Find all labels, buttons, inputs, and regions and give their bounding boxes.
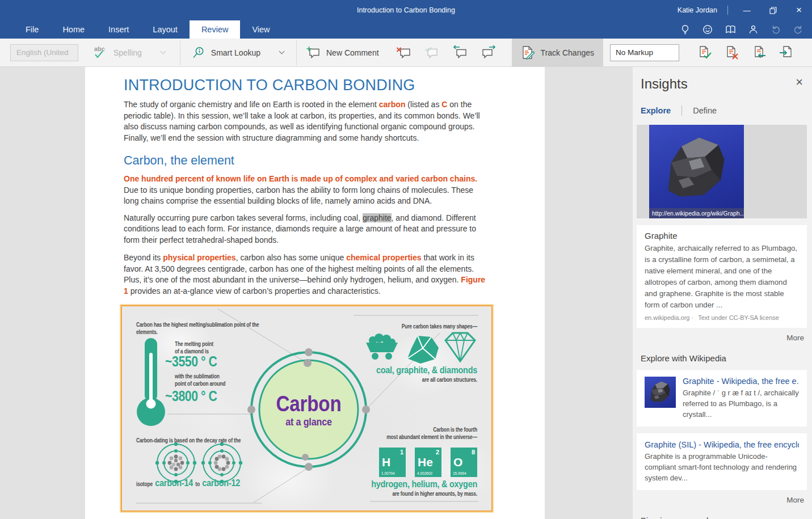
accept-change-icon [697,45,712,60]
element-tile-hydrogen: 1 H 1.00794 [379,448,406,477]
close-pane-button[interactable]: × [796,76,803,88]
titlebar: Introduction to Carbon Bonding Katie Jor… [0,0,812,20]
reject-change-button[interactable] [725,45,739,60]
wiki-result-title[interactable]: Graphite - Wikipedia, the free e... [683,377,799,386]
delete-comment-button[interactable] [396,45,411,60]
tab-explore[interactable]: Explore [641,106,671,115]
undo-icon[interactable] [770,24,781,35]
track-changes-button[interactable]: Track Changes [512,39,603,67]
proofing-language-box[interactable]: English (United [10,44,78,61]
display-for-review-select[interactable]: No Markup [610,44,679,61]
paragraph-carbon-forms: Naturally occurring pure carbon takes se… [124,213,490,246]
tell-me-lightbulb-icon[interactable] [680,24,691,35]
infographic-title: Carbon [260,393,357,415]
tab-insert[interactable]: Insert [96,20,141,39]
tab-divider [681,106,682,116]
account-name[interactable]: Katie Jordan [678,6,717,14]
tab-home[interactable]: Home [51,20,96,39]
resolve-comment-icon [424,45,439,60]
dating-note: Carbon-dating is based on the decay rate… [136,437,257,444]
close-button[interactable]: × [786,0,812,20]
carbon-infographic-figure[interactable]: Carbon has the highest melting/sublimati… [121,305,493,512]
redo-icon[interactable] [793,24,804,35]
graphite-hero-strip: http://en.wikipedia.org/wiki/Graph... [637,125,807,218]
word-window: Introduction to Carbon Bonding Katie Jor… [0,0,812,519]
elements-caption: are found in higher amounts, by mass. [367,490,478,497]
melting-note: Carbon has the highest melting/sublimati… [136,321,262,336]
melting-temp: ~3550 ° C [165,354,217,369]
previous-comment-icon [453,45,468,60]
paragraph-carbon-chains: One hundred percent of known life on Ear… [124,174,490,207]
hero-caption: http://en.wikipedia.org/wiki/Graph... [649,208,744,218]
shapes-caption: are all carbon structures. [371,376,477,383]
tab-define[interactable]: Define [693,106,717,115]
tab-review[interactable]: Review [190,20,241,39]
thermometer-icon [137,338,165,426]
document-page[interactable]: INTRODUCTION TO CARBON BONDING The study… [85,67,545,519]
new-comment-icon [306,45,321,60]
resolve-comment-button[interactable] [424,45,439,60]
next-comment-icon [481,45,496,60]
next-comment-button[interactable] [481,45,496,60]
previous-change-button[interactable] [752,45,767,60]
restore-icon [769,7,777,14]
spelling-button[interactable]: abc Spelling [93,46,165,60]
tab-view[interactable]: View [240,20,281,39]
spelling-abc-icon: abc [93,46,108,60]
next-change-button[interactable] [779,45,794,60]
document-heading: INTRODUCTION TO CARBON BONDING [124,75,490,95]
wiki-result-thumbnail [645,377,676,408]
diamond-icon [445,333,475,361]
insights-pane: Insights × Explore Define http://en.wiki… [633,67,812,519]
paragraph-properties: Beyond its physical properties, carbon a… [124,252,490,297]
definition-card[interactable]: Graphite Graphite, archaically referred … [637,225,807,328]
elements-title: hydrogen, helium, & oxygen [352,479,477,490]
wiki-result-snippet: Graphite / ˈ g r æ f aɪ t /, archaically… [683,387,799,420]
new-comment-button[interactable]: New Comment [306,45,379,60]
definition-title: Graphite [645,231,799,240]
wikipedia-section-header: Explore with Wikipedia [641,353,812,363]
definition-body: Graphite, archaically referred to as Plu… [645,243,799,311]
accept-change-button[interactable] [697,45,712,60]
wiki-result-title[interactable]: Graphite (SIL) - Wikipedia, the free enc… [645,440,799,449]
minimize-button[interactable]: — [734,0,760,20]
tab-file[interactable]: File [14,20,51,39]
tab-layout[interactable]: Layout [141,20,190,39]
shapes-title: coal, graphite, & diamonds [352,365,477,375]
ribbon-tab-row: File Home Insert Layout Review View [0,20,812,39]
graphite-rock-icon [407,336,439,364]
group-divider [180,40,180,65]
more-link-bottom[interactable]: More [633,496,804,504]
chevron-down-icon [160,49,166,54]
group-divider [296,40,297,65]
feedback-smiley-icon[interactable] [702,24,713,35]
abundance-note: Carbon is the fourthmost abundant elemen… [367,426,478,441]
next-change-icon [779,45,794,60]
element-tile-helium: 2 He 4.002602 [415,448,441,477]
graphite-rock-photo [659,132,733,205]
titlebar-divider [727,6,728,15]
shapes-note: Pure carbon takes many shapes— [371,323,477,330]
smart-lookup-button[interactable]: Smart Lookup [192,46,284,60]
infographic-subtitle: at a glance [260,416,357,428]
sublimation-intro: with the sublimationpoint of carbon arou… [175,373,225,387]
share-person-icon[interactable] [748,24,759,35]
element-tile-oxygen: 8 O 15.9994 [451,448,477,477]
delete-comment-icon [396,45,411,60]
coal-cart-icon [366,334,398,360]
read-mode-book-icon[interactable] [725,24,737,35]
previous-comment-button[interactable] [453,45,468,60]
wiki-result-snippet: Graphite is a programmable Unicode-compl… [645,451,799,483]
wiki-result-2[interactable]: Graphite (SIL) - Wikipedia, the free enc… [637,433,807,490]
more-link-top[interactable]: More [633,334,804,342]
reject-change-icon [725,45,739,60]
paragraph-intro: The study of organic chemistry and life … [124,99,490,144]
graphite-hero-image[interactable]: http://en.wikipedia.org/wiki/Graph... [649,125,744,218]
track-changes-icon [521,45,535,60]
previous-change-icon [752,45,767,60]
section-heading: Carbon, the element [124,153,490,168]
wiki-result-1[interactable]: Graphite - Wikipedia, the free e... Grap… [637,370,807,427]
smart-lookup-magnifier-icon [192,46,205,60]
restore-button[interactable] [760,0,786,20]
insights-title: Insights [641,76,688,92]
